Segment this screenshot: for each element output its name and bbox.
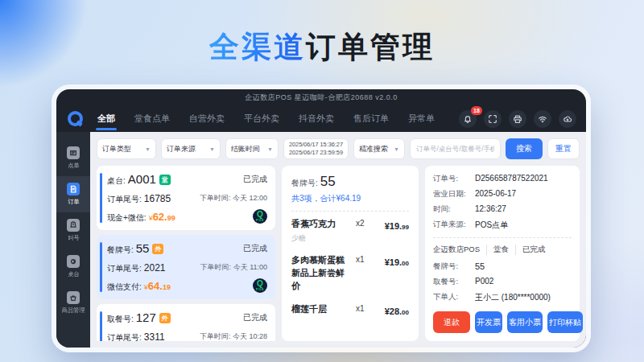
window-title: 企迈数店POS 星迈咖啡-合肥店20688 v2.0.0 xyxy=(245,93,398,103)
order-id: D256658787522021 xyxy=(475,174,548,184)
ordering-icon xyxy=(67,146,80,159)
content-columns: 桌台:A001堂 已完成 订单尾号:16785 下单时间: 今天 12:00 xyxy=(90,162,586,348)
status-badge: 已完成 xyxy=(243,312,267,323)
detail-summary: 共3项，合计¥64.19 xyxy=(291,193,409,204)
tab-abnormal-orders[interactable]: 异常单 xyxy=(407,108,436,130)
search-button[interactable]: 搜索 xyxy=(506,138,543,159)
page-title-highlight: 全渠道 xyxy=(209,31,306,64)
product-basket-icon xyxy=(67,291,80,304)
info-row: 订单号:D256658787522021 xyxy=(433,174,572,184)
date-end: 2025/06/17 23:59:59 xyxy=(289,149,343,157)
info-row: 订单来源:POS点单 xyxy=(433,220,572,231)
detail-item: 香蕉巧克力 少糖 x2 ¥19.99 xyxy=(291,218,409,244)
reset-button[interactable]: 重置 xyxy=(547,138,580,159)
tab-dine-in[interactable]: 堂食点单 xyxy=(133,108,171,130)
date-range-picker[interactable]: 2025/06/17 15:36:27 2025/06/17 23:59:59 xyxy=(283,138,349,159)
order-card-55[interactable]: 餐牌号:55外 已完成 订单尾号:2021 下单时间: 今天 11:00 xyxy=(97,235,275,299)
info-row: 取餐号:P002 xyxy=(433,277,572,287)
order-number: 55 xyxy=(136,241,150,255)
tab-self-delivery[interactable]: 自营外卖 xyxy=(188,108,226,130)
app-body: 点单 订单 叫号 桌台 xyxy=(56,132,586,348)
filter-bar: 订单类型▼ 订单来源▼ 结账时间▼ 2025/06/17 15:36:27 20… xyxy=(90,132,586,162)
order-list: 桌台:A001堂 已完成 订单尾号:16785 下单时间: 今天 12:00 xyxy=(97,166,275,341)
print-cup-label-button[interactable]: 打印杯贴 xyxy=(547,311,583,333)
order-action-buttons: 退款 开发票 客用小票 打印杯贴 xyxy=(433,311,572,333)
call-number-icon xyxy=(67,219,80,232)
order-info-panel: 订单号:D256658787522021 营业日期:2025-06-17 时间:… xyxy=(425,166,580,341)
customer-receipt-button[interactable]: 客用小票 xyxy=(507,311,543,333)
scan-icon[interactable] xyxy=(484,110,502,128)
info-row: 餐牌号:55 xyxy=(433,261,572,272)
takeout-badge: 外 xyxy=(159,313,171,323)
dine-in-badge: 堂 xyxy=(159,175,171,185)
chevron-down-icon: ▼ xyxy=(145,146,151,152)
navbar-icons: 18 xyxy=(459,110,576,128)
info-row: 时间:12:36:27 xyxy=(433,204,572,215)
wifi-icon[interactable] xyxy=(534,110,551,128)
divider xyxy=(291,211,409,212)
sidebar-item-ordering[interactable]: 点单 xyxy=(56,140,90,176)
tables-icon xyxy=(67,255,80,268)
tab-platform-delivery[interactable]: 平台外卖 xyxy=(242,108,281,130)
top-navbar: 全部 堂食点单 自营外卖 平台外卖 抖音外卖 售后订单 异常单 18 xyxy=(56,105,586,132)
window-titlebar: 企迈数店POS 星迈咖啡-合肥店20688 v2.0.0 xyxy=(56,89,586,105)
info-row: 营业日期:2025-06-17 xyxy=(433,189,572,200)
chevron-down-icon: ▼ xyxy=(394,146,399,152)
chevron-down-icon: ▼ xyxy=(209,146,215,152)
left-sidebar: 点单 订单 叫号 桌台 xyxy=(56,132,90,348)
date-start: 2025/06/17 15:36:27 xyxy=(289,141,343,149)
cloud-icon[interactable] xyxy=(559,110,576,128)
order-card-a001[interactable]: 桌台:A001堂 已完成 订单尾号:16785 下单时间: 今天 12:00 xyxy=(97,166,275,230)
search-input[interactable] xyxy=(410,138,501,159)
detail-header-label: 餐牌号: xyxy=(291,179,318,187)
invoice-button[interactable]: 开发票 xyxy=(475,311,502,333)
order-number: A001 xyxy=(128,172,156,186)
divider xyxy=(433,237,572,238)
tab-aftersale-orders[interactable]: 售后订单 xyxy=(352,108,390,130)
chevron-down-icon: ▼ xyxy=(267,146,273,152)
app-window-frame: 企迈数店POS 星迈咖啡-合肥店20688 v2.0.0 全部 堂食点单 自营外… xyxy=(52,84,591,352)
order-card-127[interactable]: 取餐号:127外 已完成 订单尾号:3311 下单时间: 今天 10:28 xyxy=(97,304,275,341)
pos-brand-icon: QPOS xyxy=(253,278,267,293)
checkout-time-select[interactable]: 结账时间▼ xyxy=(225,138,279,159)
page-title: 全渠道订单管理 xyxy=(0,27,644,68)
tab-all[interactable]: 全部 xyxy=(96,108,117,130)
pos-app-window: 企迈数店POS 星迈咖啡-合肥店20688 v2.0.0 全部 堂食点单 自营外… xyxy=(56,89,586,348)
order-tags: 企迈数店POS 堂食 已完成 xyxy=(433,245,572,255)
status-badge: 已完成 xyxy=(243,174,267,185)
page-title-rest: 订单管理 xyxy=(306,31,435,64)
status-badge: 已完成 xyxy=(243,243,267,254)
detail-header-number: 55 xyxy=(320,174,336,189)
detail-item: 榴莲千层 x1 ¥28.00 xyxy=(291,303,409,318)
customer-name: 王小二 (180****0000) xyxy=(475,292,551,303)
order-source-select[interactable]: 订单来源▼ xyxy=(161,138,221,159)
printer-icon[interactable] xyxy=(509,110,526,128)
tab-douyin-delivery[interactable]: 抖音外卖 xyxy=(297,108,336,130)
pos-brand-icon: QPOS xyxy=(253,209,267,224)
notification-badge: 18 xyxy=(471,106,482,115)
order-tabs: 全部 堂食点单 自营外卖 平台外卖 抖音外卖 售后订单 异常单 xyxy=(96,108,459,130)
orders-document-icon xyxy=(67,183,80,195)
notification-bell-icon[interactable]: 18 xyxy=(459,110,477,128)
info-row: 下单人:王小二 (180****0000) xyxy=(433,292,572,303)
precise-search-select[interactable]: 精准搜索▼ xyxy=(353,138,405,159)
refund-button[interactable]: 退款 xyxy=(433,311,470,333)
order-type-select[interactable]: 订单类型▼ xyxy=(97,138,156,159)
sidebar-item-product-management[interactable]: 商品管理 xyxy=(56,285,90,321)
order-number: 127 xyxy=(136,311,156,324)
order-detail-panel: 餐牌号:55 共3项，合计¥64.19 香蕉巧克力 少糖 x2 ¥19.99 xyxy=(282,166,419,341)
brand-q-logo-icon xyxy=(68,111,83,126)
takeout-badge: 外 xyxy=(152,244,163,254)
sidebar-item-tables[interactable]: 桌台 xyxy=(56,249,90,285)
sidebar-item-call-number[interactable]: 叫号 xyxy=(56,212,90,249)
item-note: 少糖 xyxy=(291,233,351,244)
main-content: 订单类型▼ 订单来源▼ 结账时间▼ 2025/06/17 15:36:27 20… xyxy=(90,132,586,348)
detail-item: 多肉慕斯蛋糕新品上新尝鲜价 x1 ¥19.00 xyxy=(291,254,409,293)
sidebar-item-orders[interactable]: 订单 xyxy=(56,176,90,212)
